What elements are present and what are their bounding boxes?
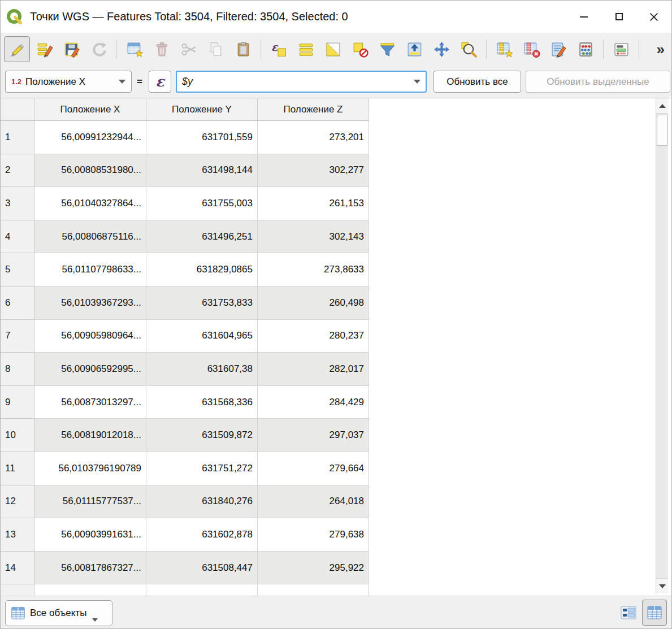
- cell-z[interactable]: 302,143: [258, 220, 369, 254]
- delete-field-button[interactable]: [519, 37, 544, 62]
- maximize-button[interactable]: [601, 1, 636, 33]
- multiedit-mode-button[interactable]: [32, 37, 57, 62]
- cell-y[interactable]: 631508,447: [146, 552, 258, 585]
- cell-z[interactable]: 282,017: [258, 353, 369, 386]
- cell-x[interactable]: 56,00906592995...: [34, 353, 146, 386]
- column-header-x[interactable]: Положение X: [34, 98, 146, 121]
- field-calculator-button[interactable]: [573, 37, 598, 62]
- scroll-down-button[interactable]: [656, 578, 668, 593]
- cell-x[interactable]: 56,00903991631...: [34, 518, 146, 552]
- update-all-button[interactable]: Обновить все: [433, 71, 521, 93]
- table-view-button[interactable]: [642, 600, 667, 626]
- pan-to-selection-button[interactable]: [429, 37, 454, 62]
- cell-z[interactable]: 279,638: [258, 518, 369, 552]
- cell-x[interactable]: 56,00806875116...: [34, 220, 146, 254]
- cell-x[interactable]: 56,01107798633...: [34, 253, 146, 287]
- cell-y[interactable]: 631760,897: [146, 584, 258, 596]
- deselect-all-button[interactable]: [348, 37, 372, 62]
- form-view-button[interactable]: [616, 600, 641, 626]
- row-number-cell[interactable]: 4: [1, 220, 34, 254]
- cell-y[interactable]: 631604,965: [146, 320, 258, 353]
- toolbar-overflow-button[interactable]: »: [657, 42, 665, 57]
- row-number-cell[interactable]: 7: [1, 320, 34, 353]
- cell-x[interactable]: 56,00991232944...: [34, 121, 146, 154]
- conditional-formatting-button[interactable]: [609, 37, 634, 62]
- feature-filter-dropdown[interactable]: Все объекты: [5, 600, 112, 626]
- save-edits-button[interactable]: [59, 37, 84, 62]
- row-number-cell[interactable]: 6: [1, 287, 34, 320]
- cell-y[interactable]: 631496,251: [146, 220, 258, 254]
- select-all-button[interactable]: [293, 37, 318, 62]
- cell-x[interactable]: 56,01115777537...: [34, 485, 146, 519]
- reload-table-button[interactable]: [86, 37, 111, 62]
- cell-y[interactable]: 631829,0865: [146, 253, 258, 287]
- cell-z[interactable]: 281,463: [258, 584, 369, 596]
- cell-z[interactable]: 297,037: [258, 419, 369, 452]
- cell-y[interactable]: 631755,003: [146, 187, 258, 220]
- cell-z[interactable]: 273,201: [258, 121, 369, 154]
- update-selected-button[interactable]: Обновить выделенные: [526, 71, 670, 93]
- cell-y[interactable]: 631568,336: [146, 386, 258, 419]
- column-header-z[interactable]: Положение Z: [258, 98, 369, 121]
- cell-y[interactable]: 631701,559: [146, 121, 258, 154]
- close-button[interactable]: [636, 1, 671, 33]
- cell-y[interactable]: 631509,872: [146, 419, 258, 452]
- cell-x[interactable]: 56,01039367293...: [34, 287, 146, 320]
- cell-z[interactable]: 284,429: [258, 386, 369, 419]
- cell-y[interactable]: 631840,276: [146, 485, 258, 519]
- row-number-cell[interactable]: 12: [1, 485, 34, 519]
- select-by-form-button[interactable]: [375, 37, 400, 62]
- cell-y[interactable]: 631602,878: [146, 518, 258, 552]
- cell-z[interactable]: 279,664: [258, 452, 369, 485]
- row-number-cell[interactable]: 11: [1, 452, 34, 485]
- cell-z[interactable]: 264,018: [258, 485, 369, 519]
- field-select-combo[interactable]: 1.2 Положение X: [5, 71, 132, 93]
- new-field-button[interactable]: [492, 37, 517, 62]
- copy-button[interactable]: [203, 37, 228, 62]
- scrollbar-thumb[interactable]: [657, 115, 667, 146]
- row-number-cell[interactable]: 5: [1, 253, 34, 287]
- cut-button[interactable]: [176, 37, 201, 62]
- cell-y[interactable]: 631498,144: [146, 154, 258, 188]
- cell-z[interactable]: 260,498: [258, 287, 369, 320]
- cell-z[interactable]: 302,277: [258, 154, 369, 188]
- row-number-cell[interactable]: 13: [1, 518, 34, 552]
- minimize-button[interactable]: [566, 1, 601, 33]
- cell-y[interactable]: 631753,833: [146, 287, 258, 320]
- row-number-cell[interactable]: 14: [1, 552, 34, 585]
- cell-x[interactable]: 56,00819012018...: [34, 419, 146, 452]
- scroll-up-button[interactable]: [656, 98, 668, 114]
- row-number-cell[interactable]: 9: [1, 386, 34, 419]
- vertical-scrollbar[interactable]: [656, 98, 668, 593]
- row-number-cell[interactable]: 3: [1, 187, 34, 220]
- cell-x[interactable]: 56,0103796190789: [34, 452, 146, 485]
- header-corner-cell[interactable]: [1, 98, 34, 121]
- expression-input[interactable]: [177, 76, 409, 88]
- cell-z[interactable]: 273,8633: [258, 253, 369, 287]
- row-number-cell[interactable]: 8: [1, 353, 34, 386]
- select-by-expression-button[interactable]: ε: [266, 37, 291, 62]
- expression-builder-button[interactable]: ε: [149, 71, 171, 93]
- cell-x[interactable]: 56,01081663771...: [34, 584, 146, 596]
- expression-history-dropdown[interactable]: [409, 72, 426, 92]
- toggle-editing-button[interactable]: [4, 36, 30, 62]
- invert-selection-button[interactable]: [320, 37, 345, 62]
- cell-x[interactable]: 56,00905980964...: [34, 320, 146, 353]
- delete-selected-button[interactable]: [149, 37, 174, 62]
- row-number-cell[interactable]: 10: [1, 419, 34, 452]
- cell-x[interactable]: 56,00808531980...: [34, 154, 146, 188]
- cell-x[interactable]: 56,00817867327...: [34, 552, 146, 585]
- cell-x[interactable]: 56,01040327864...: [34, 187, 146, 220]
- cell-y[interactable]: 631607,38: [146, 353, 258, 386]
- row-number-cell[interactable]: 1: [1, 121, 34, 154]
- cell-z[interactable]: 261,153: [258, 187, 369, 220]
- edit-field-button[interactable]: [546, 37, 571, 62]
- cell-z[interactable]: 280,237: [258, 320, 369, 353]
- zoom-to-selection-button[interactable]: [456, 37, 481, 62]
- add-feature-button[interactable]: [122, 37, 147, 62]
- move-selection-to-top-button[interactable]: [402, 37, 427, 62]
- cell-y[interactable]: 631751,272: [146, 452, 258, 485]
- paste-button[interactable]: [231, 37, 255, 62]
- cell-x[interactable]: 56,00873013297...: [34, 386, 146, 419]
- cell-z[interactable]: 295,922: [258, 552, 369, 585]
